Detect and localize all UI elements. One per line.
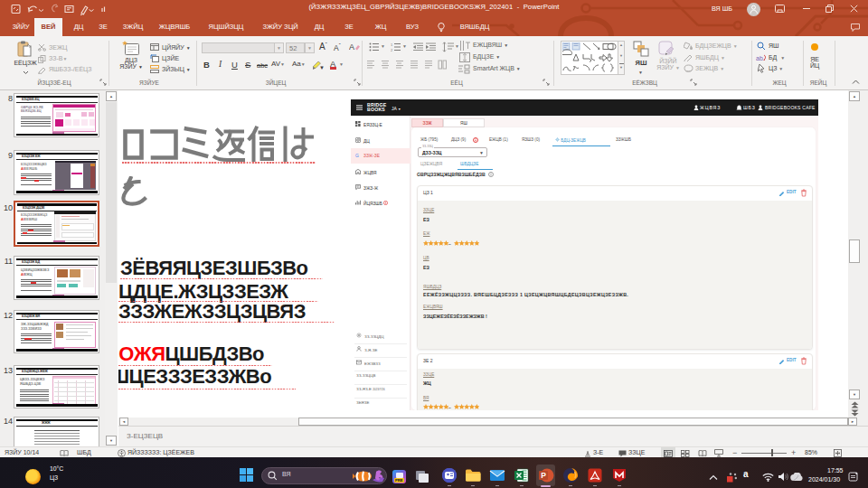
- svg-text:~: ~: [448, 405, 452, 410]
- svg-text:A: A: [349, 42, 354, 52]
- svg-text:~: ~: [448, 241, 452, 247]
- svg-text:ab: ab: [756, 55, 763, 61]
- svg-text:P: P: [541, 471, 546, 480]
- svg-text:PRE: PRE: [395, 478, 403, 483]
- svg-text:2: 2: [391, 48, 393, 52]
- svg-text:1: 1: [391, 42, 393, 47]
- svg-text:▼: ▼: [319, 65, 325, 70]
